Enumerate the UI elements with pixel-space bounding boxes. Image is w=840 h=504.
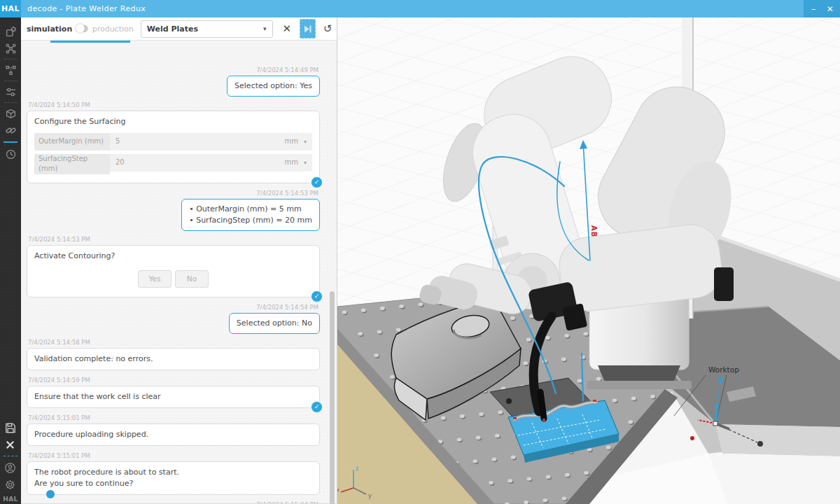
sidebar-divider — [4, 80, 17, 81]
parameters-icon[interactable] — [4, 85, 17, 98]
close-button[interactable]: ✕ — [824, 4, 836, 14]
option-button-yes[interactable]: Yes — [138, 270, 172, 288]
mode-toggle[interactable] — [76, 25, 88, 32]
field-unit: mm — [285, 158, 298, 168]
message-text-line: • OuterMargin (mm) = 5 mm — [189, 204, 312, 215]
nodes-graph-icon[interactable] — [4, 42, 17, 55]
done-check-badge: ✓ — [311, 401, 323, 413]
bot-message-card: Procedure uploading skipped. — [27, 424, 320, 446]
message-timestamp: 7/4/2024 5:14:53 PM — [256, 190, 318, 197]
worktop-label: Worktop — [708, 365, 739, 374]
window-title: decode - Plate Welder Redux — [27, 4, 146, 13]
mode-production-label: production — [92, 24, 134, 34]
abort-button[interactable]: ✕ — [283, 24, 292, 34]
done-check-badge: ✓ — [311, 176, 323, 188]
chat-message-list: 7/4/2024 5:14:49 PMSelected option: Yes7… — [21, 60, 337, 504]
option-button-no[interactable]: No — [175, 270, 209, 288]
message-timestamp: 7/4/2024 5:15:01 PM — [28, 452, 318, 459]
toggle-knob-icon — [76, 24, 85, 33]
chevron-down-icon: ▾ — [263, 25, 267, 32]
option-button-row: YesNo — [34, 270, 312, 288]
user-message-bubble: Selected option: No — [229, 313, 320, 334]
message-timestamp: 7/4/2024 5:14:54 PM — [256, 304, 318, 311]
icon-sidebar: HAL — [0, 18, 21, 504]
form-field-row: SurfacingStep (mm)20mm▾ — [34, 154, 312, 174]
message-timestamp: 7/4/2024 5:14:50 PM — [28, 102, 318, 108]
active-tab-indicator — [50, 41, 130, 43]
procedure-select[interactable]: Weld Plates ▾ — [141, 20, 273, 38]
message-text-line: Are you sure to continue? — [34, 478, 312, 489]
hal-logo: HAL — [0, 0, 21, 18]
bot-message-card: The robot procedure is about to start.Ar… — [27, 461, 320, 495]
window-titlebar: HAL decode - Plate Welder Redux – ✕ — [0, 0, 840, 18]
chat-scrollbar[interactable] — [330, 60, 335, 503]
reset-button[interactable]: ↻ — [323, 24, 332, 34]
axis-z-label: z — [356, 465, 358, 472]
run-step-button[interactable] — [300, 19, 316, 38]
field-value: 20 — [115, 158, 125, 168]
close-project-icon[interactable] — [4, 438, 17, 451]
message-timestamp: 7/4/2024 5:15:04 PM — [256, 501, 318, 504]
user-message-bubble: Selected option: Yes — [227, 76, 320, 97]
bot-message-card: Ensure that the work cell is clear✓ — [27, 386, 320, 408]
message-timestamp: 7/4/2024 5:14:58 PM — [28, 339, 318, 346]
form-field-row: OuterMargin (mm)5mm▾ — [34, 133, 312, 150]
message-timestamp: 7/4/2024 5:14:53 PM — [28, 236, 318, 243]
model-tree-icon[interactable] — [4, 25, 17, 38]
message-text-line: Ensure that the work cell is clear — [34, 391, 312, 402]
field-value: 5 — [115, 136, 120, 147]
form-message-card: Configure the SurfacingOuterMargin (mm)5… — [27, 111, 320, 183]
message-text-line: Selected option: No — [237, 318, 312, 329]
chevron-down-icon: ▾ — [304, 138, 307, 146]
message-text-line: Selected option: Yes — [234, 80, 312, 92]
form-title: Configure the Surfacing — [34, 116, 312, 127]
link-icon[interactable] — [4, 124, 17, 136]
message-text-line: Validation complete: no errors. — [34, 354, 312, 365]
notification-dot[interactable] — [46, 490, 55, 498]
axis-y-label: y — [368, 493, 372, 499]
message-timestamp: 7/4/2024 5:14:49 PM — [256, 66, 318, 74]
package-icon[interactable] — [4, 107, 17, 120]
procedure-panel: simulation production Weld Plates ▾ ✕ ↻ … — [21, 18, 337, 504]
axis-x-label: x — [337, 487, 340, 493]
field-label: OuterMargin (mm) — [34, 133, 110, 150]
workflow-nodes-icon[interactable] — [4, 64, 17, 76]
bot-message-card: Validation complete: no errors. — [27, 348, 320, 370]
message-text-line: The robot procedure is about to start. — [34, 467, 312, 478]
sidebar-divider — [4, 59, 17, 59]
settings-gear-icon[interactable] — [4, 478, 17, 491]
user-message-bubble: • OuterMargin (mm) = 5 mm• SurfacingStep… — [181, 199, 320, 231]
field-unit: mm — [285, 136, 298, 147]
sidebar-divider-blue — [4, 456, 18, 456]
sidebar-divider — [4, 102, 17, 103]
procedure-toolbar: simulation production Weld Plates ▾ ✕ ↻ — [21, 18, 337, 41]
field-value-input[interactable]: 20mm▾ — [110, 154, 312, 172]
done-check-badge: ✓ — [311, 290, 323, 302]
user-icon[interactable] — [4, 461, 17, 474]
message-text-line: • SurfacingStep (mm) = 20 mm — [189, 215, 312, 226]
chat-scrollbar-thumb[interactable] — [330, 291, 335, 504]
save-icon[interactable] — [4, 421, 17, 434]
field-label: SurfacingStep (mm) — [34, 154, 110, 174]
tab-strip — [21, 41, 337, 43]
minimize-button[interactable]: – — [807, 4, 820, 14]
window-controls: – ✕ — [804, 0, 840, 18]
sidebar-active-divider — [4, 141, 18, 143]
sidebar-footer-logo: HAL — [3, 496, 18, 503]
message-timestamp: 7/4/2024 5:14:59 PM — [28, 377, 318, 384]
procedure-select-value: Weld Plates — [147, 24, 198, 34]
field-value-input[interactable]: 5mm▾ — [110, 133, 312, 150]
history-clock-icon[interactable] — [4, 148, 17, 160]
chevron-down-icon: ▾ — [304, 159, 307, 167]
message-text-line: Procedure uploading skipped. — [34, 429, 312, 440]
3d-viewport[interactable]: ABB Worktop — [337, 18, 840, 504]
message-timestamp: 7/4/2024 5:15:01 PM — [28, 414, 318, 421]
message-text-line: Activate Contouring? — [34, 251, 312, 262]
mode-simulation-label: simulation — [27, 24, 72, 34]
skip-forward-icon — [303, 24, 312, 34]
question-message-card: Activate Contouring?YesNo✓ — [27, 245, 320, 298]
